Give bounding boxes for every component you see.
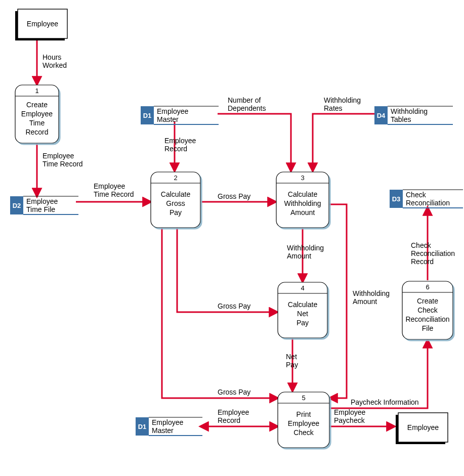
svg-text:Record: Record	[25, 128, 48, 136]
svg-text:Check: Check	[293, 428, 314, 437]
label-with-amt2-2: Amount	[353, 297, 377, 306]
label-net-pay-2: Pay	[286, 361, 298, 369]
label-gross-pay-23: Gross Pay	[218, 192, 250, 200]
label-check-rec-2: Reconciliation	[411, 249, 455, 257]
label-emp-record2-2: Record	[218, 416, 240, 424]
label-num-dep-1: Number of	[228, 96, 261, 104]
entity-employee-bottom: Employee	[396, 413, 448, 444]
svg-text:Withholding: Withholding	[284, 199, 321, 207]
entity-employee-top: Employee	[15, 9, 67, 40]
svg-text:File: File	[422, 324, 434, 332]
label-etr-1: Employee	[43, 152, 74, 160]
process-2: 2 Calculate Gross Pay	[151, 172, 200, 228]
datastore-d3-l1: Check	[406, 191, 427, 199]
process-6: 6 Create Check Reconciliation File	[402, 281, 453, 339]
datastore-d2: D2 Employee Time File	[10, 196, 78, 214]
svg-text:4: 4	[301, 284, 304, 292]
svg-text:1: 1	[35, 87, 38, 95]
svg-text:Reconciliation: Reconciliation	[405, 315, 449, 323]
flow-withholding-amount-p3-p5	[329, 204, 347, 398]
process-3: 3 Calculate Withholding Amount	[276, 172, 329, 228]
label-etr2-1: Employee	[94, 182, 125, 190]
datastore-d4-l1: Withholding	[391, 107, 428, 115]
label-check-rec-3: Record	[411, 257, 434, 266]
label-hours-worked-1: Hours	[43, 53, 61, 61]
svg-text:Calculate: Calculate	[288, 190, 318, 198]
svg-text:2: 2	[174, 174, 177, 182]
label-with-rates-1: Withholding	[324, 96, 361, 104]
datastore-d1-top: D1 Employee Master	[141, 106, 219, 124]
svg-text:Gross: Gross	[166, 199, 185, 207]
label-paycheck-info: Paycheck Information	[351, 398, 419, 406]
datastore-d2-l1: Employee	[26, 197, 58, 205]
datastore-d4: D4 Withholding Tables	[374, 106, 453, 124]
svg-text:5: 5	[302, 394, 305, 402]
label-with-amt2-1: Withholding	[353, 289, 390, 297]
svg-text:Employee: Employee	[288, 419, 319, 427]
entity-employee-top-label: Employee	[27, 20, 58, 28]
flow-number-of-dependents	[218, 114, 291, 171]
label-with-rates-2: Rates	[324, 104, 343, 112]
label-emp-record-1: Employee	[164, 137, 196, 145]
datastore-d1-top-l2: Master	[157, 115, 179, 123]
svg-text:Employee: Employee	[21, 110, 53, 118]
datastore-d3-id: D3	[392, 195, 401, 203]
label-emp-paycheck-2: Paycheck	[334, 416, 365, 424]
svg-text:Create: Create	[417, 297, 438, 305]
label-hours-worked-2: Worked	[43, 61, 67, 69]
label-gross-pay-24: Gross Pay	[218, 302, 250, 310]
svg-text:Check: Check	[417, 306, 438, 314]
label-with-amt-1: Withholding	[287, 244, 324, 252]
svg-text:Print: Print	[297, 410, 311, 418]
label-with-amt-2: Amount	[287, 252, 311, 260]
svg-text:Pay: Pay	[170, 208, 182, 217]
svg-text:Time: Time	[29, 119, 45, 127]
process-4: 4 Calculate Net Pay	[278, 282, 327, 338]
svg-text:Pay: Pay	[297, 319, 309, 327]
datastore-d1-bottom-l1: Employee	[152, 418, 183, 426]
label-gross-pay-25: Gross Pay	[218, 388, 250, 396]
label-etr-2: Time Record	[43, 160, 83, 168]
svg-text:Amount: Amount	[290, 208, 315, 217]
label-emp-record2-1: Employee	[218, 408, 249, 416]
datastore-d3-l2: Reconciliation	[406, 199, 450, 207]
label-check-rec-1: Check	[411, 241, 432, 249]
datastore-d1-top-id: D1	[143, 112, 152, 119]
datastore-d1-bottom: D1 Employee Master	[136, 417, 202, 436]
svg-text:Calculate: Calculate	[161, 190, 191, 198]
label-net-pay-1: Net	[286, 353, 297, 361]
datastore-d3: D3 Check Reconciliation	[390, 190, 463, 208]
datastore-d4-l2: Tables	[391, 115, 411, 123]
svg-text:Create: Create	[26, 101, 48, 109]
datastore-d4-id: D4	[377, 112, 386, 119]
process-5: 5 Print Employee Check	[278, 392, 329, 448]
svg-text:6: 6	[426, 283, 429, 291]
label-emp-record-2: Record	[164, 145, 187, 153]
label-etr2-2: Time Record	[94, 190, 134, 198]
process-1: 1 Create Employee Time Record	[15, 85, 59, 143]
svg-text:Calculate: Calculate	[288, 300, 318, 309]
label-num-dep-2: Dependents	[228, 104, 266, 112]
datastore-d2-id: D2	[13, 202, 21, 209]
label-emp-paycheck-1: Employee	[334, 408, 365, 416]
flow-withholding-rates	[313, 114, 374, 171]
flow-gross-pay-p2-p4	[177, 228, 277, 312]
datastore-d2-l2: Time File	[26, 205, 55, 213]
entity-employee-bottom-label: Employee	[407, 423, 439, 431]
svg-text:Net: Net	[297, 310, 308, 318]
svg-text:3: 3	[301, 174, 304, 182]
datastore-d1-bottom-id: D1	[138, 423, 147, 430]
datastore-d1-bottom-l2: Master	[152, 426, 174, 435]
datastore-d1-top-l1: Employee	[157, 107, 188, 115]
